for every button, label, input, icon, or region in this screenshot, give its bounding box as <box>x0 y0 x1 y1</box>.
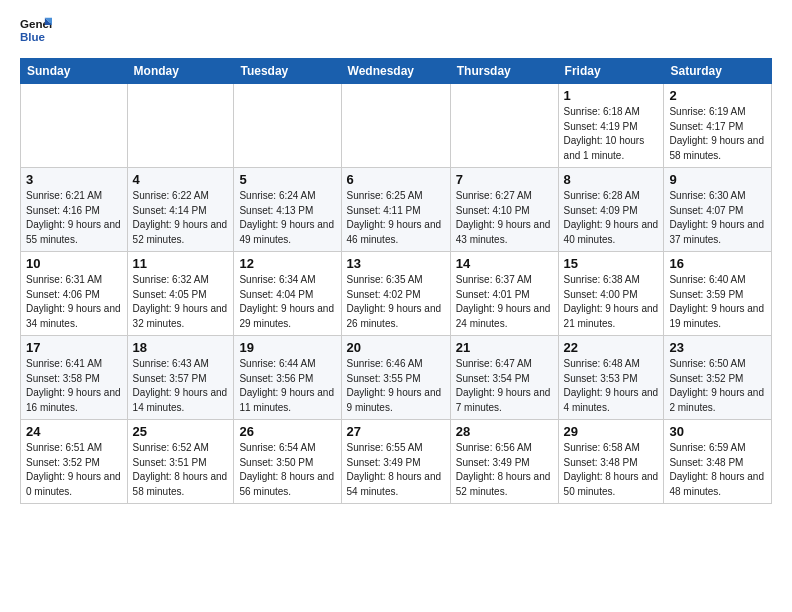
day-number: 5 <box>239 172 335 187</box>
day-number: 11 <box>133 256 229 271</box>
day-info: Sunrise: 6:32 AM Sunset: 4:05 PM Dayligh… <box>133 273 229 331</box>
day-info: Sunrise: 6:51 AM Sunset: 3:52 PM Dayligh… <box>26 441 122 499</box>
calendar-cell <box>450 84 558 168</box>
day-number: 12 <box>239 256 335 271</box>
day-info: Sunrise: 6:46 AM Sunset: 3:55 PM Dayligh… <box>347 357 445 415</box>
col-header-thursday: Thursday <box>450 59 558 84</box>
calendar-cell: 17Sunrise: 6:41 AM Sunset: 3:58 PM Dayli… <box>21 336 128 420</box>
calendar-cell: 2Sunrise: 6:19 AM Sunset: 4:17 PM Daylig… <box>664 84 772 168</box>
day-info: Sunrise: 6:31 AM Sunset: 4:06 PM Dayligh… <box>26 273 122 331</box>
calendar-header-row: SundayMondayTuesdayWednesdayThursdayFrid… <box>21 59 772 84</box>
week-row-4: 17Sunrise: 6:41 AM Sunset: 3:58 PM Dayli… <box>21 336 772 420</box>
calendar-cell <box>21 84 128 168</box>
day-info: Sunrise: 6:55 AM Sunset: 3:49 PM Dayligh… <box>347 441 445 499</box>
day-info: Sunrise: 6:47 AM Sunset: 3:54 PM Dayligh… <box>456 357 553 415</box>
day-number: 10 <box>26 256 122 271</box>
day-number: 23 <box>669 340 766 355</box>
day-info: Sunrise: 6:25 AM Sunset: 4:11 PM Dayligh… <box>347 189 445 247</box>
day-info: Sunrise: 6:50 AM Sunset: 3:52 PM Dayligh… <box>669 357 766 415</box>
day-number: 28 <box>456 424 553 439</box>
calendar-cell: 16Sunrise: 6:40 AM Sunset: 3:59 PM Dayli… <box>664 252 772 336</box>
day-info: Sunrise: 6:43 AM Sunset: 3:57 PM Dayligh… <box>133 357 229 415</box>
day-info: Sunrise: 6:56 AM Sunset: 3:49 PM Dayligh… <box>456 441 553 499</box>
day-number: 7 <box>456 172 553 187</box>
calendar-cell: 13Sunrise: 6:35 AM Sunset: 4:02 PM Dayli… <box>341 252 450 336</box>
calendar-cell: 24Sunrise: 6:51 AM Sunset: 3:52 PM Dayli… <box>21 420 128 504</box>
day-number: 24 <box>26 424 122 439</box>
col-header-monday: Monday <box>127 59 234 84</box>
logo: General Blue <box>20 16 52 48</box>
calendar-cell: 8Sunrise: 6:28 AM Sunset: 4:09 PM Daylig… <box>558 168 664 252</box>
day-info: Sunrise: 6:48 AM Sunset: 3:53 PM Dayligh… <box>564 357 659 415</box>
calendar-cell: 15Sunrise: 6:38 AM Sunset: 4:00 PM Dayli… <box>558 252 664 336</box>
day-info: Sunrise: 6:35 AM Sunset: 4:02 PM Dayligh… <box>347 273 445 331</box>
calendar-cell: 23Sunrise: 6:50 AM Sunset: 3:52 PM Dayli… <box>664 336 772 420</box>
day-number: 20 <box>347 340 445 355</box>
day-info: Sunrise: 6:24 AM Sunset: 4:13 PM Dayligh… <box>239 189 335 247</box>
day-info: Sunrise: 6:44 AM Sunset: 3:56 PM Dayligh… <box>239 357 335 415</box>
logo-icon: General Blue <box>20 16 52 48</box>
day-info: Sunrise: 6:27 AM Sunset: 4:10 PM Dayligh… <box>456 189 553 247</box>
calendar-cell: 3Sunrise: 6:21 AM Sunset: 4:16 PM Daylig… <box>21 168 128 252</box>
day-number: 3 <box>26 172 122 187</box>
calendar-cell: 21Sunrise: 6:47 AM Sunset: 3:54 PM Dayli… <box>450 336 558 420</box>
day-number: 1 <box>564 88 659 103</box>
day-info: Sunrise: 6:22 AM Sunset: 4:14 PM Dayligh… <box>133 189 229 247</box>
day-number: 2 <box>669 88 766 103</box>
calendar-cell: 19Sunrise: 6:44 AM Sunset: 3:56 PM Dayli… <box>234 336 341 420</box>
day-number: 25 <box>133 424 229 439</box>
day-number: 19 <box>239 340 335 355</box>
calendar-cell: 14Sunrise: 6:37 AM Sunset: 4:01 PM Dayli… <box>450 252 558 336</box>
day-info: Sunrise: 6:40 AM Sunset: 3:59 PM Dayligh… <box>669 273 766 331</box>
day-number: 6 <box>347 172 445 187</box>
calendar-cell: 18Sunrise: 6:43 AM Sunset: 3:57 PM Dayli… <box>127 336 234 420</box>
page: General Blue SundayMondayTuesdayWednesda… <box>0 0 792 514</box>
calendar-cell: 9Sunrise: 6:30 AM Sunset: 4:07 PM Daylig… <box>664 168 772 252</box>
day-number: 27 <box>347 424 445 439</box>
col-header-tuesday: Tuesday <box>234 59 341 84</box>
week-row-5: 24Sunrise: 6:51 AM Sunset: 3:52 PM Dayli… <box>21 420 772 504</box>
day-info: Sunrise: 6:18 AM Sunset: 4:19 PM Dayligh… <box>564 105 659 163</box>
day-info: Sunrise: 6:58 AM Sunset: 3:48 PM Dayligh… <box>564 441 659 499</box>
day-info: Sunrise: 6:28 AM Sunset: 4:09 PM Dayligh… <box>564 189 659 247</box>
day-number: 8 <box>564 172 659 187</box>
calendar-cell: 1Sunrise: 6:18 AM Sunset: 4:19 PM Daylig… <box>558 84 664 168</box>
calendar-cell: 11Sunrise: 6:32 AM Sunset: 4:05 PM Dayli… <box>127 252 234 336</box>
calendar-cell: 26Sunrise: 6:54 AM Sunset: 3:50 PM Dayli… <box>234 420 341 504</box>
day-info: Sunrise: 6:38 AM Sunset: 4:00 PM Dayligh… <box>564 273 659 331</box>
day-number: 29 <box>564 424 659 439</box>
day-info: Sunrise: 6:59 AM Sunset: 3:48 PM Dayligh… <box>669 441 766 499</box>
day-info: Sunrise: 6:37 AM Sunset: 4:01 PM Dayligh… <box>456 273 553 331</box>
col-header-wednesday: Wednesday <box>341 59 450 84</box>
calendar-cell <box>127 84 234 168</box>
calendar-cell: 27Sunrise: 6:55 AM Sunset: 3:49 PM Dayli… <box>341 420 450 504</box>
week-row-3: 10Sunrise: 6:31 AM Sunset: 4:06 PM Dayli… <box>21 252 772 336</box>
day-number: 30 <box>669 424 766 439</box>
day-info: Sunrise: 6:41 AM Sunset: 3:58 PM Dayligh… <box>26 357 122 415</box>
calendar-cell: 4Sunrise: 6:22 AM Sunset: 4:14 PM Daylig… <box>127 168 234 252</box>
day-number: 22 <box>564 340 659 355</box>
week-row-1: 1Sunrise: 6:18 AM Sunset: 4:19 PM Daylig… <box>21 84 772 168</box>
col-header-sunday: Sunday <box>21 59 128 84</box>
calendar-cell: 7Sunrise: 6:27 AM Sunset: 4:10 PM Daylig… <box>450 168 558 252</box>
day-number: 4 <box>133 172 229 187</box>
calendar-cell: 5Sunrise: 6:24 AM Sunset: 4:13 PM Daylig… <box>234 168 341 252</box>
day-number: 26 <box>239 424 335 439</box>
calendar-cell <box>234 84 341 168</box>
day-info: Sunrise: 6:34 AM Sunset: 4:04 PM Dayligh… <box>239 273 335 331</box>
header: General Blue <box>20 16 772 48</box>
calendar-cell: 28Sunrise: 6:56 AM Sunset: 3:49 PM Dayli… <box>450 420 558 504</box>
calendar-cell: 6Sunrise: 6:25 AM Sunset: 4:11 PM Daylig… <box>341 168 450 252</box>
col-header-friday: Friday <box>558 59 664 84</box>
day-number: 14 <box>456 256 553 271</box>
calendar-cell: 10Sunrise: 6:31 AM Sunset: 4:06 PM Dayli… <box>21 252 128 336</box>
day-number: 16 <box>669 256 766 271</box>
day-number: 9 <box>669 172 766 187</box>
calendar-cell: 25Sunrise: 6:52 AM Sunset: 3:51 PM Dayli… <box>127 420 234 504</box>
day-info: Sunrise: 6:30 AM Sunset: 4:07 PM Dayligh… <box>669 189 766 247</box>
week-row-2: 3Sunrise: 6:21 AM Sunset: 4:16 PM Daylig… <box>21 168 772 252</box>
col-header-saturday: Saturday <box>664 59 772 84</box>
calendar-cell <box>341 84 450 168</box>
day-number: 17 <box>26 340 122 355</box>
calendar-cell: 30Sunrise: 6:59 AM Sunset: 3:48 PM Dayli… <box>664 420 772 504</box>
